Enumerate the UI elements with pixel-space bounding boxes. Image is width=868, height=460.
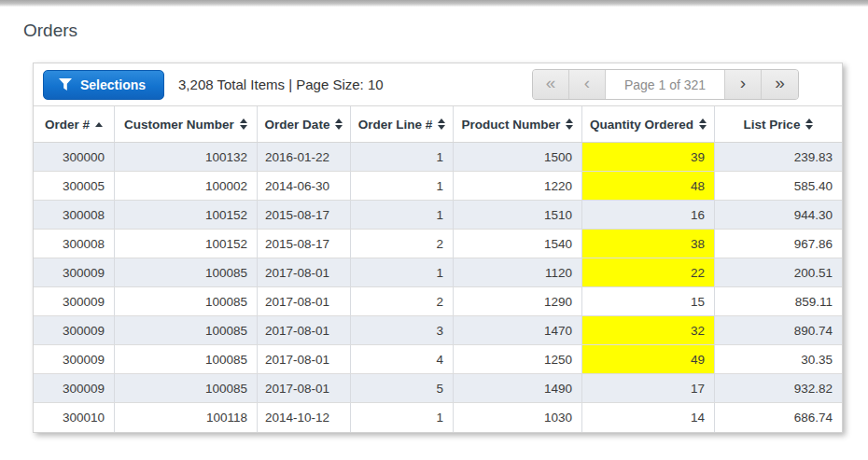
cell-order-date[interactable]: 2017-08-01 <box>258 316 351 344</box>
cell-product-number[interactable]: 1500 <box>454 143 582 171</box>
cell-list-price[interactable]: 859.11 <box>715 287 842 315</box>
cell-order-line[interactable]: 1 <box>351 201 454 229</box>
cell-product-number[interactable]: 1220 <box>454 172 582 200</box>
cell-customer-number[interactable]: 100118 <box>115 403 258 432</box>
cell-list-price[interactable]: 585.40 <box>715 172 842 200</box>
cell-order-date[interactable]: 2017-08-01 <box>258 287 351 315</box>
cell-product-number[interactable]: 1510 <box>454 201 582 229</box>
cell-order-date[interactable]: 2017-08-01 <box>258 345 351 373</box>
table-row[interactable]: 300008 100152 2015-08-17 1 1510 16 944.3… <box>34 201 842 230</box>
column-header-order-line[interactable]: Order Line # <box>351 106 454 142</box>
cell-product-number[interactable]: 1470 <box>454 316 582 344</box>
cell-quantity-ordered[interactable]: 32 <box>582 316 715 344</box>
cell-product-number[interactable]: 1030 <box>454 403 582 432</box>
cell-quantity-ordered[interactable]: 39 <box>582 143 715 171</box>
cell-list-price[interactable]: 944.30 <box>715 201 842 229</box>
cell-order-line[interactable]: 3 <box>351 316 454 344</box>
sort-both-icon <box>438 118 445 130</box>
cell-list-price[interactable]: 239.83 <box>715 143 842 171</box>
cell-product-number[interactable]: 1120 <box>454 258 582 286</box>
column-header-quantity-ordered[interactable]: Quantity Ordered <box>582 106 715 142</box>
cell-order-number[interactable]: 300000 <box>34 143 115 171</box>
column-header-order-number[interactable]: Order # <box>34 106 115 142</box>
cell-order-number[interactable]: 300010 <box>34 403 115 432</box>
cell-customer-number[interactable]: 100085 <box>115 374 258 402</box>
cell-product-number[interactable]: 1490 <box>454 374 582 402</box>
items-summary-text: 3,208 Total Items | Page Size: 10 <box>178 77 384 92</box>
cell-customer-number[interactable]: 100085 <box>115 258 258 286</box>
filter-icon <box>59 78 72 91</box>
sort-both-icon <box>240 118 247 130</box>
cell-order-line[interactable]: 2 <box>351 230 454 258</box>
cell-list-price[interactable]: 890.74 <box>715 316 842 344</box>
page-title: Orders <box>23 21 868 41</box>
cell-order-date[interactable]: 2017-08-01 <box>258 258 351 286</box>
column-header-product-number[interactable]: Product Number <box>454 106 582 142</box>
table-row[interactable]: 300009 100085 2017-08-01 5 1490 17 932.8… <box>34 374 842 403</box>
cell-quantity-ordered[interactable]: 49 <box>582 345 715 373</box>
cell-quantity-ordered[interactable]: 48 <box>582 172 715 200</box>
cell-customer-number[interactable]: 100085 <box>115 287 258 315</box>
cell-list-price[interactable]: 30.35 <box>715 345 842 373</box>
cell-order-line[interactable]: 1 <box>351 403 454 432</box>
table-row[interactable]: 300009 100085 2017-08-01 3 1470 32 890.7… <box>34 316 842 345</box>
cell-order-number[interactable]: 300009 <box>34 258 115 286</box>
cell-quantity-ordered[interactable]: 22 <box>582 258 715 286</box>
column-header-order-date[interactable]: Order Date <box>258 106 351 142</box>
cell-order-line[interactable]: 2 <box>351 287 454 315</box>
cell-order-number[interactable]: 300009 <box>34 316 115 344</box>
previous-page-button[interactable]: ‹ <box>569 70 606 99</box>
cell-customer-number[interactable]: 100085 <box>115 316 258 344</box>
column-header-customer-number[interactable]: Customer Number <box>115 106 258 142</box>
selections-button[interactable]: Selections <box>43 70 164 100</box>
cell-order-line[interactable]: 1 <box>351 143 454 171</box>
cell-list-price[interactable]: 932.82 <box>715 374 842 402</box>
cell-product-number[interactable]: 1540 <box>454 230 582 258</box>
cell-order-date[interactable]: 2015-08-17 <box>258 201 351 229</box>
cell-customer-number[interactable]: 100085 <box>115 345 258 373</box>
table-row[interactable]: 300009 100085 2017-08-01 1 1120 22 200.5… <box>34 258 842 287</box>
cell-product-number[interactable]: 1250 <box>454 345 582 373</box>
cell-quantity-ordered[interactable]: 14 <box>582 403 715 432</box>
cell-order-date[interactable]: 2014-10-12 <box>258 403 351 432</box>
cell-order-number[interactable]: 300009 <box>34 374 115 402</box>
cell-order-line[interactable]: 1 <box>351 172 454 200</box>
first-page-button[interactable]: « <box>533 70 569 99</box>
cell-customer-number[interactable]: 100152 <box>115 230 258 258</box>
table-row[interactable]: 300009 100085 2017-08-01 4 1250 49 30.35 <box>34 345 842 374</box>
cell-quantity-ordered[interactable]: 17 <box>582 374 715 402</box>
table-row[interactable]: 300010 100118 2014-10-12 1 1030 14 686.7… <box>34 403 842 432</box>
cell-product-number[interactable]: 1290 <box>454 287 582 315</box>
table-row[interactable]: 300000 100132 2016-01-22 1 1500 39 239.8… <box>34 143 842 172</box>
cell-list-price[interactable]: 967.86 <box>715 230 842 258</box>
cell-order-date[interactable]: 2016-01-22 <box>258 143 351 171</box>
cell-quantity-ordered[interactable]: 38 <box>582 230 715 258</box>
cell-quantity-ordered[interactable]: 16 <box>582 201 715 229</box>
cell-quantity-ordered[interactable]: 15 <box>582 287 715 315</box>
cell-order-date[interactable]: 2015-08-17 <box>258 230 351 258</box>
cell-order-number[interactable]: 300008 <box>34 230 115 258</box>
cell-order-date[interactable]: 2017-08-01 <box>258 374 351 402</box>
cell-customer-number[interactable]: 100152 <box>115 201 258 229</box>
cell-order-number[interactable]: 300009 <box>34 287 115 315</box>
table-row[interactable]: 300008 100152 2015-08-17 2 1540 38 967.8… <box>34 230 842 258</box>
cell-order-line[interactable]: 1 <box>351 258 454 286</box>
cell-order-number[interactable]: 300009 <box>34 345 115 373</box>
next-page-button[interactable]: › <box>725 70 762 99</box>
table-body: 300000 100132 2016-01-22 1 1500 39 239.8… <box>34 143 842 432</box>
cell-list-price[interactable]: 686.74 <box>715 403 842 432</box>
window-top-strip <box>0 0 868 7</box>
cell-order-line[interactable]: 4 <box>351 345 454 373</box>
cell-order-line[interactable]: 5 <box>351 374 454 402</box>
table-row[interactable]: 300009 100085 2017-08-01 2 1290 15 859.1… <box>34 287 842 316</box>
table-header-row: Order # Customer Number Order Date Order… <box>34 105 842 143</box>
cell-order-number[interactable]: 300005 <box>34 172 115 200</box>
cell-list-price[interactable]: 200.51 <box>715 258 842 286</box>
last-page-button[interactable]: » <box>762 70 798 99</box>
table-row[interactable]: 300005 100002 2014-06-30 1 1220 48 585.4… <box>34 172 842 201</box>
column-header-list-price[interactable]: List Price <box>715 106 842 142</box>
cell-order-date[interactable]: 2014-06-30 <box>258 172 351 200</box>
cell-order-number[interactable]: 300008 <box>34 201 115 229</box>
cell-customer-number[interactable]: 100132 <box>115 143 258 171</box>
cell-customer-number[interactable]: 100002 <box>115 172 258 200</box>
